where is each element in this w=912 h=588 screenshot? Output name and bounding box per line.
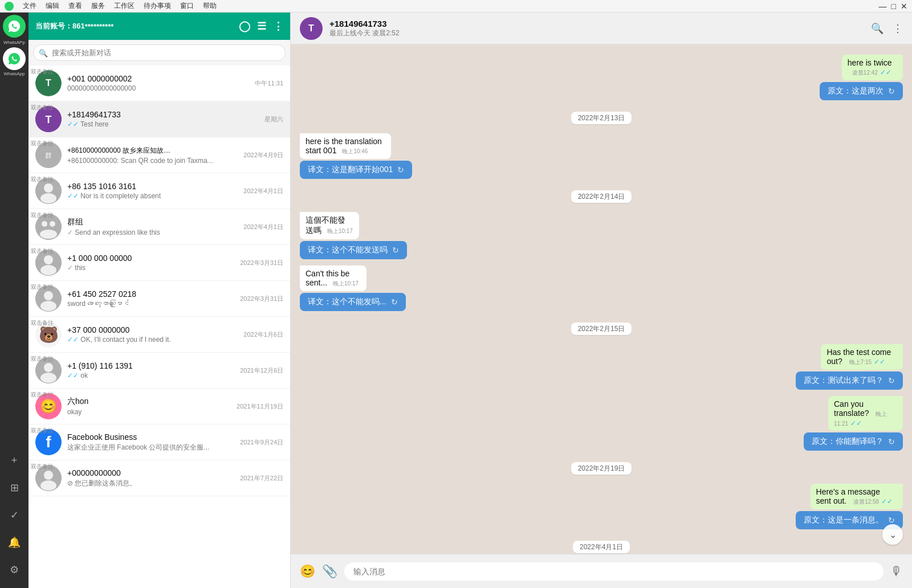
chat-list-panel: 当前账号：861 ********** ◯ ☰ ⋮ 🔍 双击备 [28, 13, 291, 588]
trans-bubble-4[interactable]: 译文：这个不能发吗... ↻ [300, 293, 406, 311]
chat-info-7: +61 450 2527 0218 sword စာတွေတောသူပြောင် [67, 289, 234, 308]
chat-meta-11: 2021年9月24日 [240, 438, 283, 447]
sidebar-bottom: + ⊞ ✓ 🔔 ⚙ [3, 449, 26, 586]
chat-item-7[interactable]: 双击备注 +61 450 2527 0218 sword စာတွေတောသူပ… [28, 281, 290, 317]
refresh-icon-5[interactable]: ↻ [888, 376, 895, 385]
chat-item-8[interactable]: 双击备注 🐻 +37 000 0000000 ✓✓ OK, I'll conta… [28, 317, 290, 353]
chat-item-1[interactable]: 双击备注 T +001 0000000002 00000000000000000… [28, 66, 290, 101]
menu-file[interactable]: 文件 [23, 1, 36, 11]
sidebar-grid-icon[interactable]: ⊞ [3, 476, 26, 499]
msg-bubble-2: here is the translation start 001 晚上10:4… [300, 133, 391, 159]
message-input[interactable] [344, 562, 883, 581]
chat-item-7-label: 双击备注 [31, 283, 54, 291]
msg-check-1: ✓✓ [880, 68, 891, 76]
chat-info-3: +8610000000000 故乡来应知故… +861000000000: Sc… [67, 146, 238, 165]
chat-preview-2: ✓✓ Test here [67, 120, 259, 128]
chat-item-2[interactable]: 双击备注 T +18149641733 ✓✓ Test here 星期六 [28, 101, 290, 137]
chat-name-4: +86 135 1016 3161 [67, 182, 238, 191]
svg-point-18 [40, 301, 56, 311]
chat-name-2: +18149641733 [67, 110, 259, 119]
sidebar-settings-icon[interactable]: ⚙ [3, 558, 26, 581]
trans-bubble-6[interactable]: 原文：你能翻译吗？ ↻ [804, 432, 903, 451]
svg-text:群: 群 [45, 152, 52, 160]
refresh-icon-2[interactable]: ↻ [397, 165, 404, 174]
msg-bubble-3: 這個不能發送嗎 晚上10:17 [300, 212, 359, 239]
trans-text-4: 译文：这个不能发吗... [308, 297, 386, 307]
svg-point-10 [42, 221, 47, 227]
chat-time-5: 2022年4月1日 [243, 223, 283, 231]
menu-workspace[interactable]: 工作区 [114, 1, 135, 11]
chat-header-icons: ◯ ☰ ⋮ [239, 20, 283, 32]
trans-bubble-5[interactable]: 原文：测试出来了吗？ ↻ [796, 371, 903, 390]
date-label-3: 2022年2月15日 [571, 322, 632, 335]
chat-info-10: 六hon okay [67, 397, 231, 416]
chat-item-6-label: 双击备注 [31, 247, 54, 255]
sidebar-check-icon[interactable]: ✓ [3, 504, 26, 526]
chat-item-6[interactable]: 双击备注 +1 000 000 00000 ✓ this 2022年3月31日 [28, 245, 290, 281]
trans-text-1: 原文：这是两次 [828, 86, 883, 96]
chat-preview-9: ✓✓ ok [67, 371, 234, 379]
sidebar-add-icon[interactable]: + [3, 449, 26, 472]
refresh-icon-3[interactable]: ↻ [392, 246, 399, 255]
chat-meta-1: 中午11:31 [255, 79, 283, 88]
menu-help[interactable]: 帮助 [203, 1, 217, 11]
chat-item-12[interactable]: 双击备注 +00000000000 ⊘ 您已删除这条消息。 2021年7月22日 [28, 460, 290, 496]
chat-item-5[interactable]: 双击备注 群组 ✓ Send an expression like this 2… [28, 209, 290, 245]
svg-point-15 [40, 265, 56, 275]
chat-info-8: +37 000 0000000 ✓✓ OK, I'll contact you … [67, 325, 238, 344]
chat-item-10[interactable]: 双击备注 😊 六hon okay 2021年11月19日 [28, 389, 290, 424]
chat-preview-4: ✓✓ Nor is it completely absent [67, 192, 238, 200]
chat-time-7: 2022年3月31日 [240, 295, 283, 303]
more-chat-icon[interactable]: ⋮ [893, 22, 903, 35]
refresh-icon-1[interactable]: ↻ [888, 87, 895, 96]
trans-bubble-2[interactable]: 译文：这是翻译开始001 ↻ [300, 161, 412, 179]
trans-bubble-1[interactable]: 原文：这是两次 ↻ [820, 82, 903, 100]
attach-icon[interactable]: 📎 [322, 564, 337, 579]
sidebar: WhatsAPp WhatsApp + ⊞ ✓ 🔔 ⚙ [0, 13, 28, 588]
date-label-2: 2022年2月14日 [571, 190, 632, 203]
refresh-icon-7[interactable]: ↻ [888, 516, 895, 525]
sidebar-account-1[interactable]: WhatsAPp [3, 15, 26, 45]
chat-item-1-label: 双击备注 [31, 68, 54, 76]
chat-info-5: 群组 ✓ Send an expression like this [67, 217, 238, 236]
mic-icon[interactable]: 🎙 [890, 564, 903, 579]
chat-time-3: 2022年4月9日 [243, 151, 283, 160]
close-button[interactable]: ✕ [901, 2, 907, 11]
chat-item-3[interactable]: 双击备注 群 +8610000000000 故乡来应知故… +861000000… [28, 137, 290, 173]
scroll-down-button[interactable]: ⌄ [882, 524, 903, 545]
chat-item-11[interactable]: 双击备注 f Facebook Business 这家企业正使用 Faceboo… [28, 424, 290, 460]
menu-window[interactable]: 窗口 [180, 1, 194, 11]
more-icon[interactable]: ⋮ [273, 20, 283, 32]
refresh-icon-4[interactable]: ↻ [391, 297, 398, 307]
chat-item-8-label: 双击备注 [31, 319, 54, 327]
refresh-icon-6[interactable]: ↻ [888, 437, 895, 446]
chat-item-2-label: 双击备注 [31, 104, 54, 112]
menu-todo[interactable]: 待办事项 [144, 1, 171, 11]
msg-bubble-6: Can you translate? 晚上11:21 ✓✓ [828, 396, 903, 431]
emoji-icon[interactable]: 😊 [300, 564, 315, 579]
menu-service[interactable]: 服务 [91, 1, 105, 11]
chat-meta-12: 2021年7月22日 [240, 474, 283, 483]
svg-point-23 [44, 471, 53, 480]
chat-item-9[interactable]: 双击备注 +1 (910) 116 1391 ✓✓ ok 2021年12月6日 [28, 353, 290, 389]
sidebar-bell-icon[interactable]: 🔔 [3, 531, 26, 554]
trans-bubble-3[interactable]: 译文：这个不能发送吗 ↻ [300, 241, 407, 259]
menu-view[interactable]: 查看 [68, 1, 82, 11]
chat-item-10-label: 双击备注 [31, 391, 54, 399]
maximize-button[interactable]: □ [891, 2, 896, 11]
status-icon[interactable]: ◯ [239, 20, 250, 32]
chat-item-4-label: 双击备注 [31, 175, 54, 183]
sidebar-account-2[interactable]: WhatsApp [3, 47, 26, 76]
search-input[interactable] [33, 44, 286, 61]
compose-icon[interactable]: ☰ [257, 20, 266, 32]
chat-item-4[interactable]: 双击备注 +86 135 1016 3161 ✓✓ Nor is it comp… [28, 173, 290, 209]
menu-edit[interactable]: 编辑 [46, 1, 59, 11]
chat-name-1: +001 0000000002 [67, 74, 249, 83]
msg-check-7: ✓✓ [881, 497, 893, 505]
search-chat-icon[interactable]: 🔍 [871, 22, 883, 35]
msg-bubble-4: Can't this be sent... 晚上10:17 [300, 266, 367, 291]
search-icon: 🔍 [39, 48, 48, 57]
trans-text-6: 原文：你能翻译吗？ [812, 436, 883, 447]
msg-time-5: 晚上7:15 [849, 359, 872, 365]
minimize-button[interactable]: — [879, 2, 887, 11]
